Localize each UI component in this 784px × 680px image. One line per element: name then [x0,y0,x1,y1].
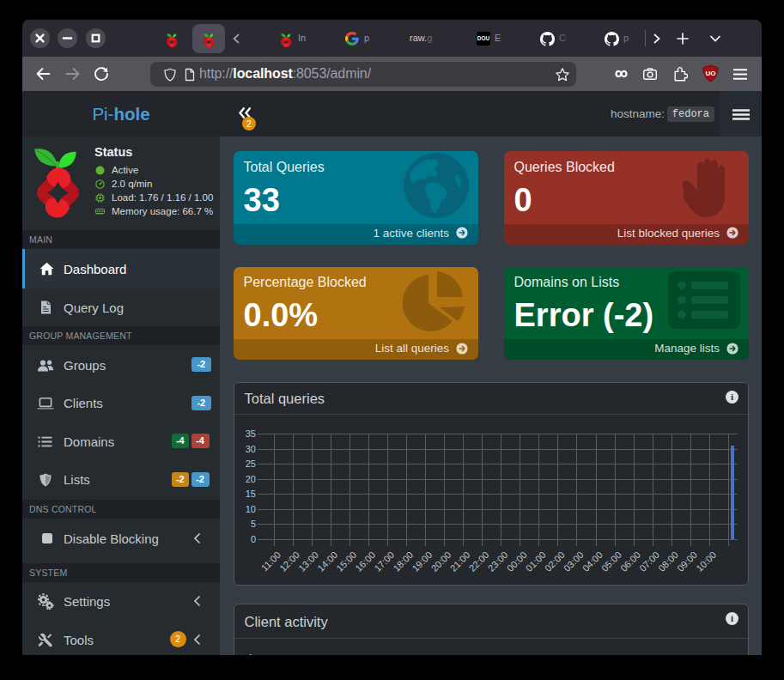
svg-text:10: 10 [245,503,255,513]
svg-text:20:00: 20:00 [428,549,453,573]
svg-text:UO: UO [706,70,716,77]
svg-text:13:00: 13:00 [296,549,320,573]
svg-text:04:00: 04:00 [580,549,604,573]
svg-text:30: 30 [245,443,255,453]
svg-text:15: 15 [245,489,255,499]
svg-text:07:00: 07:00 [637,549,661,573]
svg-text:05:00: 05:00 [599,549,623,573]
svg-text:15:00: 15:00 [334,549,358,573]
svg-text:0: 0 [250,533,255,543]
svg-text:12:00: 12:00 [277,549,301,573]
svg-text:17:00: 17:00 [372,549,396,573]
svg-text:21:00: 21:00 [447,549,471,573]
svg-text:06:00: 06:00 [618,549,642,573]
svg-text:23:00: 23:00 [485,549,509,573]
svg-text:20: 20 [245,473,255,483]
svg-text:01:00: 01:00 [523,549,547,573]
svg-text:22:00: 22:00 [466,549,490,573]
svg-text:18:00: 18:00 [391,549,415,573]
svg-text:25: 25 [245,458,255,469]
svg-text:03:00: 03:00 [561,549,585,573]
svg-text:02:00: 02:00 [542,549,566,573]
svg-text:14:00: 14:00 [315,549,339,573]
svg-text:19:00: 19:00 [410,549,434,573]
svg-text:10:00: 10:00 [694,549,718,573]
svg-text:16:00: 16:00 [353,549,377,573]
svg-text:00:00: 00:00 [504,549,528,573]
svg-text:08:00: 08:00 [656,549,680,573]
svg-text:5: 5 [250,519,255,529]
svg-text:11:00: 11:00 [258,549,282,572]
svg-text:09:00: 09:00 [675,549,699,573]
svg-text:35: 35 [245,428,255,439]
